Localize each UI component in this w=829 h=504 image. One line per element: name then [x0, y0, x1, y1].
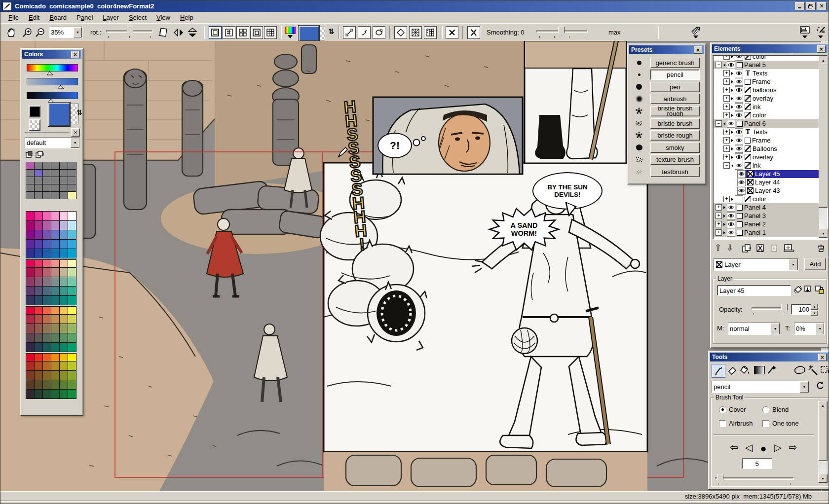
palette-swatch[interactable] — [42, 333, 51, 343]
copy-layer-button[interactable] — [742, 244, 752, 254]
tree-row-panel-1[interactable]: +Panel 1 — [714, 228, 819, 237]
panel-options-dropdown[interactable] — [800, 26, 810, 38]
lock-layer-icon[interactable] — [815, 285, 825, 296]
palette-swatch[interactable] — [34, 239, 43, 249]
tree-row-overlay[interactable]: +overlay — [714, 153, 819, 161]
active-color-swatch[interactable] — [299, 26, 326, 39]
zoom-in-button[interactable] — [21, 26, 34, 39]
lasso-tool-button[interactable] — [793, 365, 806, 377]
tree-row-layer-43[interactable]: Layer 43 — [714, 186, 819, 195]
palette-swatch[interactable] — [26, 314, 35, 324]
palette-swatch[interactable] — [59, 239, 68, 249]
restore-button[interactable] — [806, 2, 816, 10]
blend-mode-input[interactable] — [728, 323, 771, 334]
minimize-button[interactable] — [795, 2, 805, 10]
expand-toggle[interactable]: + — [723, 196, 730, 202]
visibility-toggle[interactable] — [735, 70, 743, 77]
palette-swatch[interactable] — [42, 389, 51, 399]
palette-swatch[interactable] — [68, 230, 76, 240]
saturation-gradient-bar[interactable] — [27, 78, 78, 85]
cover-radio[interactable]: Cover — [719, 406, 746, 413]
palette-swatch[interactable] — [42, 277, 51, 287]
menu-layer[interactable]: Layer — [98, 12, 124, 23]
palette-swatch[interactable] — [51, 353, 60, 361]
preset-smoky[interactable]: smoky — [650, 143, 700, 153]
colors-panel-close-button[interactable]: × — [71, 51, 79, 58]
tone-input[interactable] — [794, 323, 816, 334]
palette-close-button[interactable]: ✕ — [71, 128, 80, 137]
palette-swatch[interactable] — [68, 380, 76, 390]
expand-toggle[interactable]: − — [716, 62, 722, 68]
custom-swatch[interactable] — [59, 191, 68, 199]
tool-preset-combo[interactable]: ▼ — [712, 381, 809, 393]
palette-swatch[interactable] — [51, 259, 60, 268]
menu-help[interactable]: Help — [175, 12, 198, 23]
visibility-toggle[interactable] — [737, 187, 746, 195]
visibility-toggle[interactable] — [735, 128, 743, 136]
palette-swatch[interactable] — [51, 370, 60, 380]
preset-texture-brush[interactable]: texture brush — [650, 154, 700, 165]
palette-swatch[interactable] — [59, 286, 68, 296]
visibility-toggle[interactable] — [727, 61, 735, 69]
ellipse-tool-button[interactable] — [373, 26, 385, 39]
visibility-toggle[interactable] — [735, 162, 743, 170]
tree-row-overlay[interactable]: +overlay — [714, 94, 819, 103]
tree-row-color[interactable]: +color — [714, 111, 819, 119]
zoom-dropdown-arrow[interactable]: ▼ — [74, 27, 82, 37]
palette-swatch[interactable] — [51, 249, 60, 258]
one-tone-checkbox[interactable]: One tone — [762, 420, 799, 427]
palette-swatch[interactable] — [26, 220, 35, 230]
palette-swatch[interactable] — [51, 220, 60, 230]
palette-page-icon[interactable] — [26, 151, 34, 159]
palette-swatch[interactable] — [51, 314, 60, 324]
palette-swatch[interactable] — [59, 353, 68, 361]
palette-swatch[interactable] — [68, 370, 76, 380]
custom-swatch[interactable] — [51, 162, 60, 170]
tree-row-layer-44[interactable]: Layer 44 — [714, 178, 819, 186]
brush-size-slider[interactable] — [715, 474, 794, 483]
expand-toggle[interactable]: + — [723, 87, 730, 93]
zoom-level-combo[interactable]: ▼ — [49, 27, 82, 38]
visibility-toggle[interactable] — [735, 78, 743, 86]
move-layer-up-button[interactable]: ⇧ — [715, 243, 721, 252]
palette-swatch[interactable] — [42, 220, 51, 230]
visibility-toggle[interactable] — [735, 195, 743, 203]
panel-layout-single-button[interactable] — [209, 26, 222, 39]
custom-swatch[interactable] — [51, 169, 60, 177]
palette-swatch[interactable] — [26, 211, 35, 221]
palette-swatch[interactable] — [34, 259, 43, 268]
palette-swatch[interactable] — [68, 286, 76, 296]
element-type-dropdown-arrow[interactable]: ▼ — [789, 259, 798, 270]
visibility-toggle[interactable] — [735, 95, 743, 103]
tree-row-panel-2[interactable]: +Panel 2 — [714, 220, 819, 228]
custom-swatch[interactable] — [59, 184, 68, 192]
palette-swatch[interactable] — [51, 324, 60, 333]
palette-swatch[interactable] — [26, 333, 35, 343]
palette-swatch[interactable] — [26, 230, 35, 240]
palette-swatch[interactable] — [68, 361, 76, 371]
palette-swatch[interactable] — [51, 267, 60, 277]
palette-swatch[interactable] — [51, 286, 60, 296]
pencil-preset-dropdown[interactable] — [690, 26, 701, 38]
palette-swatch[interactable] — [26, 249, 35, 258]
custom-swatch[interactable] — [42, 169, 51, 177]
secondary-color-swatch[interactable] — [29, 119, 40, 131]
tool-preset-input[interactable] — [712, 381, 800, 393]
tree-row-panel-3[interactable]: +Panel 3 — [714, 212, 819, 220]
expand-toggle[interactable]: + — [723, 129, 730, 135]
tree-row-ink[interactable]: +ink — [714, 103, 819, 111]
menu-file[interactable]: File — [3, 12, 24, 23]
add-layer-button[interactable]: Add — [804, 258, 826, 270]
palette-swatch[interactable] — [34, 342, 43, 352]
hue-marker[interactable] — [46, 71, 53, 75]
expand-toggle[interactable]: + — [723, 137, 730, 144]
palette-swatch[interactable] — [42, 267, 51, 277]
expand-toggle[interactable]: + — [723, 112, 730, 118]
custom-swatch[interactable] — [34, 169, 43, 177]
preset-bristle-brush-rough[interactable]: bristle brush rough — [650, 106, 700, 116]
brush-size-input[interactable] — [742, 458, 772, 469]
tree-row-ink[interactable]: −ink — [714, 161, 819, 170]
palette-swatch[interactable] — [34, 277, 43, 287]
export-layer-button[interactable] — [784, 244, 794, 254]
palette-swatch[interactable] — [26, 380, 35, 390]
